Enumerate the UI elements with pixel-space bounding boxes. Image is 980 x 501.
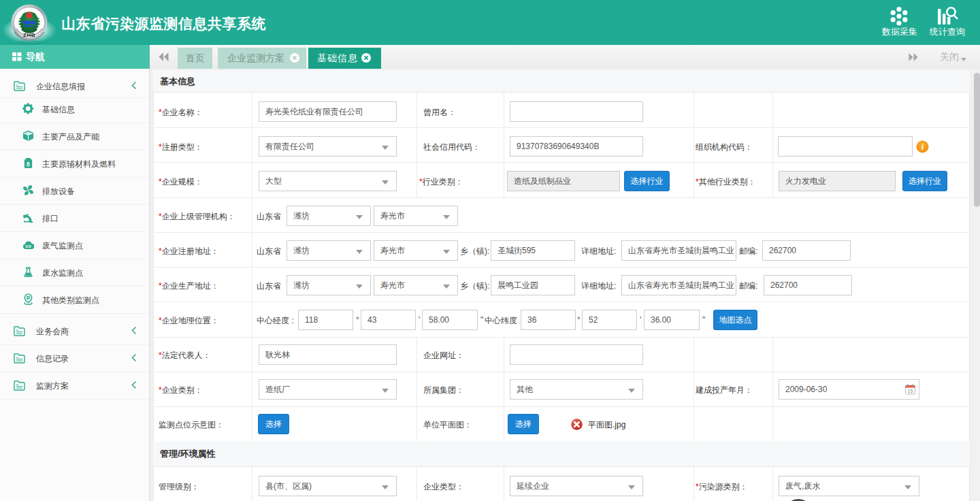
svg-text:co: co	[26, 244, 31, 248]
svg-text:ZHB: ZHB	[23, 32, 35, 38]
svg-text:15: 15	[908, 389, 913, 393]
